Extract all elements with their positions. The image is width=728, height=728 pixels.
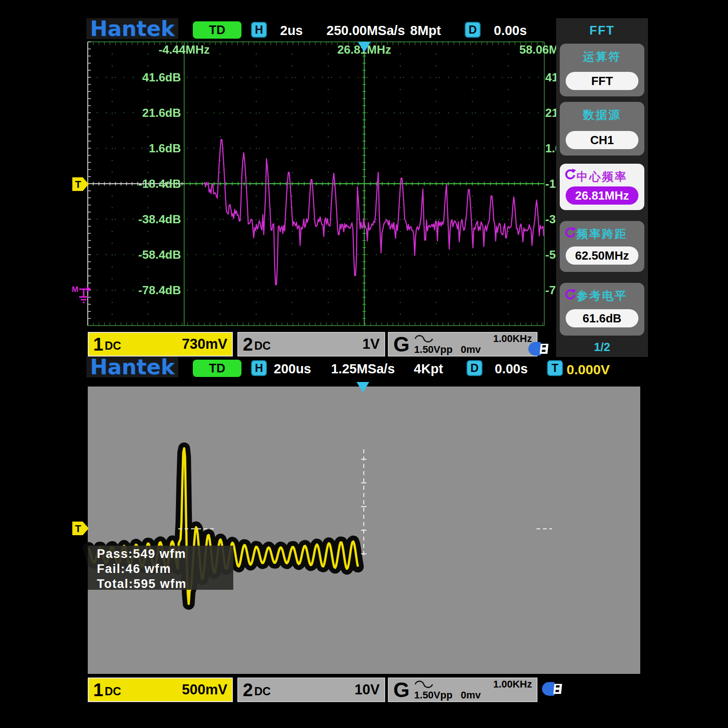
svg-text:T: T xyxy=(75,179,81,190)
fail-count: Fail:46 wfm xyxy=(97,562,233,576)
coupling-label: DC xyxy=(105,339,121,352)
channel-number: 2 xyxy=(243,335,253,353)
menu-item-source[interactable]: 数据源 CH1 xyxy=(560,102,644,156)
db-label: -38.4dB xyxy=(86,212,181,226)
db-label: -78.4dB xyxy=(86,283,181,297)
generator-status-box[interactable]: G 1.00KHz 1.50Vpp 0mv xyxy=(388,332,537,356)
db-label: 1.6dB xyxy=(86,141,181,156)
db-label-right: 21 xyxy=(545,106,557,120)
mask-test-statistics: Pass:549 wfm Fail:46 wfm Total:595 wfm xyxy=(88,546,233,590)
acquire-mode-button[interactable]: TD xyxy=(193,21,241,39)
menu-item-label: 数据源 xyxy=(560,107,644,122)
sine-wave-icon xyxy=(414,334,433,344)
freq-label-right: 58.06M xyxy=(519,43,557,57)
ch1-status-box[interactable]: 1 DC 500mV xyxy=(88,678,233,702)
db-label: -58.4dB xyxy=(86,248,181,262)
ch2-status-box[interactable]: 2 DC 1V xyxy=(237,332,385,356)
ch1-status-box[interactable]: 1 DC 730mV xyxy=(88,332,233,356)
menu-item-value: FFT xyxy=(566,72,638,90)
acquire-mode-button[interactable]: TD xyxy=(193,360,241,377)
brand-logo: Hantek xyxy=(86,18,178,39)
menu-item-label: 参考电平 xyxy=(560,288,644,303)
timebase-readout: 200us xyxy=(274,361,311,377)
menu-page-indicator[interactable]: 1/2 xyxy=(556,340,648,354)
coupling-label: DC xyxy=(254,685,271,698)
sample-rate-readout: 250.00MSa/s xyxy=(326,23,405,38)
db-label-right: 1.6 xyxy=(545,141,557,156)
volt-scale: 10V xyxy=(355,682,380,698)
generator-offset: 0mv xyxy=(461,690,481,701)
menu-item-value: 61.6dB xyxy=(566,309,638,327)
channel-number: 2 xyxy=(243,681,253,699)
db-label: 21.6dB xyxy=(86,106,181,120)
generator-label: G xyxy=(393,334,410,355)
memory-depth-readout: 4Kpt xyxy=(414,361,443,377)
menu-item-label: 中心频率 xyxy=(560,169,644,184)
sample-rate-readout: 1.25MSa/s xyxy=(331,361,395,377)
coupling-label: DC xyxy=(254,339,271,352)
menu-title: FFT xyxy=(556,24,648,38)
db-label: -18.4dB xyxy=(86,177,181,191)
delay-readout: 0.00s xyxy=(494,23,527,38)
generator-offset: 0mv xyxy=(461,344,481,355)
channel-number: 1 xyxy=(93,335,103,353)
db-label-right: -5 xyxy=(545,248,557,262)
db-label-right: -3 xyxy=(545,212,557,226)
volt-scale: 500mV xyxy=(182,682,227,698)
db-label-right: -1 xyxy=(545,177,557,191)
brand-logo: Hantek xyxy=(86,356,178,377)
generator-label: G xyxy=(393,679,410,700)
generator-frequency: 1.00KHz xyxy=(493,333,532,344)
menu-item-center-frequency[interactable]: 中心频率 26.81MHz xyxy=(560,164,644,210)
db-label-right: 41 xyxy=(545,70,557,85)
ch2-status-box[interactable]: 2 DC 10V xyxy=(237,678,385,702)
svg-text:M: M xyxy=(72,285,78,294)
menu-item-value: CH1 xyxy=(566,131,638,149)
coupling-label: DC xyxy=(105,685,121,698)
volt-scale: 730mV xyxy=(182,336,227,352)
total-count: Total:595 wfm xyxy=(97,577,233,591)
trigger-level-arrow[interactable]: T xyxy=(72,177,89,191)
menu-item-label: 运算符 xyxy=(560,49,644,64)
usb-device-icon xyxy=(542,681,566,697)
delay-icon: D xyxy=(465,22,481,38)
sine-wave-icon xyxy=(414,679,433,689)
generator-status-box[interactable]: G 1.00KHz 1.50Vpp 0mv xyxy=(388,678,537,702)
trigger-icon: T xyxy=(547,360,563,376)
menu-item-frequency-span[interactable]: 频率跨距 62.50MHz xyxy=(560,221,644,272)
generator-amplitude: 1.50Vpp xyxy=(414,690,452,701)
menu-item-reference-level[interactable]: 参考电平 61.6dB xyxy=(560,283,644,336)
memory-depth-readout: 8Mpt xyxy=(410,23,441,38)
svg-text:T: T xyxy=(75,523,81,534)
channel-number: 1 xyxy=(93,681,103,699)
delay-icon: D xyxy=(467,360,482,376)
trigger-level-readout: 0.000V xyxy=(567,362,610,377)
generator-amplitude: 1.50Vpp xyxy=(414,344,452,355)
db-label-right: -7 xyxy=(545,283,557,297)
volt-scale: 1V xyxy=(362,336,380,352)
menu-item-operator[interactable]: 运算符 FFT xyxy=(560,44,644,96)
menu-item-value: 26.81MHz xyxy=(566,186,638,205)
oscilloscope-screens: { "top_screen": { "header": {"logo":"Han… xyxy=(0,0,728,728)
menu-item-value: 62.50MHz xyxy=(566,246,638,265)
math-ground-marker-icon: M xyxy=(72,282,92,305)
pass-count: Pass:549 wfm xyxy=(97,547,233,561)
menu-item-label: 频率跨距 xyxy=(560,226,644,241)
trigger-level-arrow[interactable]: T xyxy=(72,522,89,535)
horizontal-icon: H xyxy=(251,22,267,38)
db-label: 41.6dB xyxy=(86,70,181,85)
delay-readout: 0.00s xyxy=(495,361,528,377)
soft-menu-panel: FFT 运算符 FFT 数据源 CH1 中心频率 26.81MHz 频率跨距 6… xyxy=(556,18,648,357)
generator-frequency: 1.00KHz xyxy=(493,679,532,690)
freq-label-left: -4.44MHz xyxy=(136,43,232,57)
usb-device-icon xyxy=(528,341,552,356)
horizontal-icon: H xyxy=(251,360,267,376)
timebase-readout: 2us xyxy=(280,23,303,38)
